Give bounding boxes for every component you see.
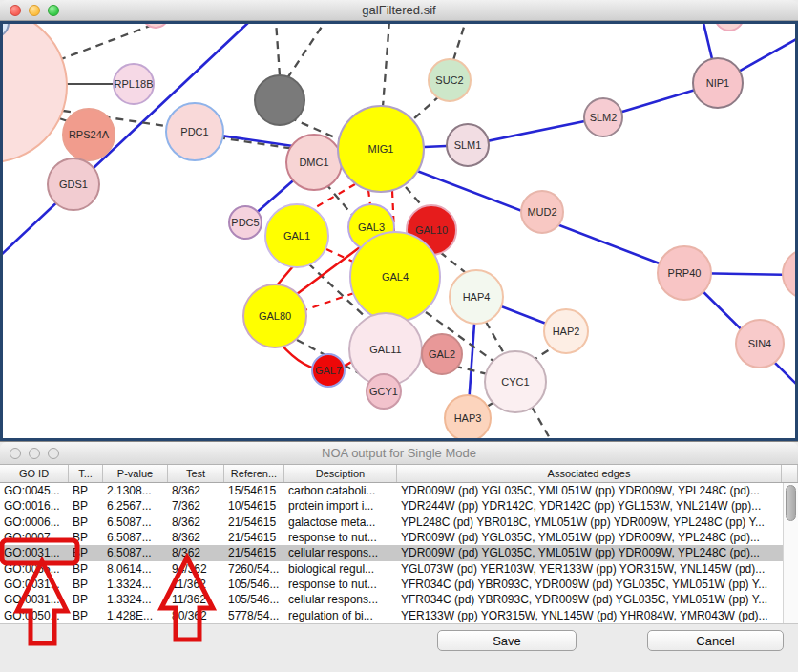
table-cell: BP (69, 562, 103, 576)
table-cell: YDR009W (pd) YGL035C, YML051W (pp) YDR00… (397, 531, 782, 544)
table-cell: 6.5087... (103, 515, 168, 529)
scrollbar-thumb[interactable] (786, 485, 796, 521)
close-button-inactive[interactable] (10, 448, 21, 459)
node-hap4[interactable]: HAP4 (450, 270, 503, 324)
column-header-test[interactable]: Test (168, 465, 224, 482)
node-cyc1[interactable]: CYC1 (485, 351, 546, 412)
table-cell: response to nut... (284, 531, 397, 544)
node-label: MIG1 (368, 143, 394, 155)
table-row[interactable]: GO:0031...BP1.3324...11/362105/546...cel… (0, 592, 798, 607)
column-header-referen[interactable]: Referen... (224, 465, 284, 482)
network-edge[interactable] (453, 21, 466, 60)
node-unlabeled[interactable] (0, 21, 67, 162)
table-cell: 2.1308... (103, 484, 168, 497)
node-pdc1[interactable]: PDC1 (166, 103, 223, 160)
column-header-associated-edges[interactable]: Associated edges (397, 465, 782, 482)
node-gcy1[interactable]: GCY1 (367, 374, 401, 409)
cancel-button[interactable]: Cancel (647, 630, 784, 651)
table-cell: cellular respons... (284, 593, 397, 606)
minimize-button[interactable] (29, 5, 40, 16)
node-gal2[interactable]: GAL2 (422, 334, 462, 374)
table-cell: 15/54615 (224, 484, 284, 497)
node-label: CYC1 (501, 376, 529, 388)
table-cell: 105/546... (224, 578, 284, 591)
table-cell: 7260/54... (224, 562, 284, 576)
node-prp40[interactable]: PRP40 (658, 246, 711, 300)
column-header-t[interactable]: T... (69, 465, 103, 482)
network-graph: RPL18BRPS24AGDS1PDC1DMC1MIG1SUC2SLM1SLM2… (0, 21, 798, 441)
table-cell: GO:0050... (0, 609, 69, 622)
node-hap3[interactable]: HAP3 (445, 395, 491, 441)
network-edge[interactable] (383, 21, 389, 107)
node-slm2[interactable]: SLM2 (584, 98, 622, 136)
node-msi[interactable]: MSI (783, 249, 798, 299)
table-row[interactable]: GO:0065...BP8.0614...94/3627260/54...bio… (0, 561, 798, 577)
table-cell: protein import i... (284, 499, 397, 513)
table-cell: 10/54615 (224, 499, 284, 513)
table-cell: 11/362 (168, 578, 224, 591)
noa-output-window: NOA output for Single Mode GO IDT...P-va… (0, 441, 798, 672)
table-cell: 8/362 (168, 484, 224, 497)
node-label: SLM2 (590, 112, 618, 123)
node-nip1[interactable]: NIP1 (693, 58, 743, 108)
table-cell: 6.5087... (103, 546, 168, 559)
node-dmc1[interactable]: DMC1 (286, 135, 342, 190)
column-header-p-value[interactable]: P-value (103, 465, 168, 482)
node-label: GAL2 (429, 348, 455, 360)
table-row[interactable]: GO:0031...BP1.3324...11/362105/546...res… (0, 577, 798, 592)
table-row[interactable]: GO:0006...BP6.5087...8/36221/54615galact… (0, 514, 798, 530)
node-gal7[interactable]: GAL7 (312, 354, 345, 387)
save-button[interactable]: Save (437, 630, 577, 651)
column-header-go-id[interactable]: GO ID (0, 465, 69, 482)
table-scrollbar[interactable] (783, 483, 798, 623)
node-pdc5[interactable]: PDC5 (229, 206, 262, 239)
node-slm1[interactable]: SLM1 (447, 124, 489, 166)
table-row[interactable]: GO:0016...BP6.2567...7/36210/54615protei… (0, 498, 798, 514)
node-sin4[interactable]: SIN4 (736, 320, 784, 368)
node-gds1[interactable]: GDS1 (48, 158, 99, 210)
zoom-button[interactable] (48, 5, 59, 16)
zoom-button-inactive[interactable] (48, 448, 59, 459)
node-unlabeled[interactable] (715, 21, 744, 31)
table-cell: 6.2567... (103, 499, 168, 513)
node-suc2[interactable]: SUC2 (429, 59, 471, 101)
node-mud2[interactable]: MUD2 (521, 191, 563, 233)
table-row[interactable]: GO:0045...BP2.1308...8/36215/54615carbon… (0, 483, 798, 498)
table-row[interactable]: GO:0007...BP6.5087...8/36221/54615respon… (0, 530, 798, 545)
table-cell: 11/362 (168, 593, 224, 606)
network-edge[interactable] (368, 190, 370, 205)
noa-window-title: NOA output for Single Mode (0, 442, 798, 464)
network-edge[interactable] (486, 322, 505, 355)
node-mig1[interactable]: MIG1 (338, 106, 424, 192)
table-cell: 1.3324... (103, 593, 168, 606)
network-edge[interactable] (532, 407, 551, 440)
table-cell: GO:0031... (0, 546, 69, 559)
table-row-selected[interactable]: GO:0031...BP6.5087...8/36221/54615cellul… (0, 545, 798, 560)
column-header-desciption[interactable]: Desciption (284, 465, 397, 482)
node-label: GAL11 (369, 344, 401, 355)
node-hap2[interactable]: HAP2 (544, 309, 588, 353)
table-cell: YGL073W (pd) YER103W, YER133W (pp) YOR31… (397, 562, 782, 576)
network-canvas[interactable]: RPL18BRPS24AGDS1PDC1DMC1MIG1SUC2SLM1SLM2… (0, 21, 798, 441)
node-label: MUD2 (527, 206, 556, 218)
table-cell: 6.5087... (103, 531, 168, 544)
minimize-button-inactive[interactable] (29, 448, 40, 459)
node-rps24a[interactable]: RPS24A (63, 109, 115, 160)
network-edge[interactable] (277, 266, 293, 285)
table-cell: 7/362 (168, 499, 224, 513)
node-unlabeled[interactable] (255, 75, 304, 125)
table-cell: BP (69, 515, 103, 529)
table-cell: BP (69, 546, 103, 559)
node-gal80[interactable]: GAL80 (243, 284, 306, 347)
table-cell: biological regul... (284, 562, 397, 576)
node-gal1[interactable]: GAL1 (265, 204, 328, 267)
network-edge[interactable] (304, 293, 354, 310)
network-edge[interactable] (276, 21, 280, 75)
node-rpl18b[interactable]: RPL18B (114, 64, 154, 104)
noa-titlebar: NOA output for Single Mode (0, 442, 798, 465)
network-edge[interactable] (287, 21, 326, 78)
node-gal4[interactable]: GAL4 (350, 232, 440, 322)
table-row[interactable]: GO:0050...BP1.428E...80/3625778/54...reg… (0, 608, 798, 623)
node-label: GAL10 (415, 224, 448, 236)
close-button[interactable] (10, 5, 21, 16)
